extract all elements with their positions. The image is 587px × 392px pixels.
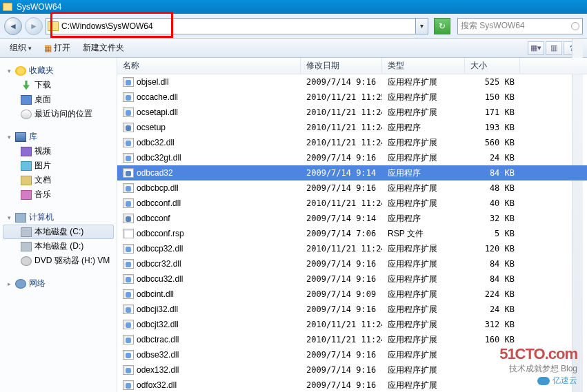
search-input[interactable]: 搜索 SysWOW64 (457, 18, 583, 34)
file-date: 2009/7/14 9:16 (301, 77, 382, 87)
file-date: 2009/7/14 9:16 (301, 153, 382, 163)
file-date: 2010/11/21 11:24 (301, 244, 382, 254)
file-row[interactable]: odbcconf2009/7/14 9:14应用程序32 KB (117, 211, 587, 226)
file-size: 193 KB (465, 123, 520, 132)
new-folder-button[interactable]: 新建文件夹 (83, 42, 124, 54)
file-type: 应用程序扩展 (382, 198, 465, 209)
file-date: 2009/7/14 9:14 (301, 214, 382, 223)
file-icon (123, 335, 134, 344)
file-date: 2009/7/14 9:16 (301, 365, 382, 375)
address-bar[interactable]: C:\Windows\SysWOW64 ▾ (46, 17, 428, 35)
file-icon (123, 259, 134, 269)
file-row[interactable]: odex132.dll2009/7/14 9:16应用程序扩展 (117, 362, 587, 378)
sidebar-item-recent[interactable]: 最近访问的位置 (3, 107, 114, 121)
file-name: odbcbcp.dll (137, 183, 179, 193)
preview-pane-button[interactable]: ▥ (546, 41, 562, 55)
file-icon (123, 274, 134, 284)
file-size: 24 KB (465, 153, 520, 163)
file-icon (123, 289, 134, 299)
file-type: 应用程序扩展 (382, 243, 465, 255)
document-icon (21, 176, 32, 185)
file-icon (123, 229, 134, 238)
file-name: odbccp32.dll (137, 244, 183, 254)
file-date: 2009/7/14 9:16 (301, 350, 382, 360)
sidebar-network[interactable]: ▸网络 (3, 276, 114, 291)
file-row[interactable]: odbctrac.dll2010/11/21 11:24应用程序扩展160 KB (117, 332, 587, 347)
file-row[interactable]: odbcbcp.dll2009/7/14 9:16应用程序扩展48 KB (117, 180, 587, 196)
nav-row: ◄ ► C:\Windows\SysWOW64 ▾ ↻ 搜索 SysWOW64 (0, 14, 587, 39)
toolbar: 组织▾ ▦打开 新建文件夹 ▦▾ ▥ ? (0, 39, 587, 58)
column-name[interactable]: 名称 (117, 58, 301, 74)
column-size[interactable]: 大小 (465, 58, 520, 74)
file-row[interactable]: odbc32gt.dll2009/7/14 9:16应用程序扩展24 KB (117, 150, 587, 165)
sidebar-computer[interactable]: ▾计算机 (3, 210, 114, 225)
sidebar-item-videos[interactable]: 视频 (3, 144, 114, 158)
file-row[interactable]: odfox32.dll2009/7/14 9:16应用程序扩展 (117, 378, 587, 392)
file-name: odbcconf.dll (137, 198, 181, 208)
file-row[interactable]: objsel.dll2009/7/14 9:16应用程序扩展525 KB (117, 74, 587, 90)
back-button[interactable]: ◄ (4, 17, 22, 35)
star-icon (15, 66, 26, 76)
file-row[interactable]: ocsetapi.dll2010/11/21 11:24应用程序扩展171 KB (117, 105, 587, 120)
file-type: 应用程序扩展 (382, 76, 465, 88)
forward-button[interactable]: ► (25, 17, 43, 35)
file-type: 应用程序扩展 (382, 364, 465, 376)
sidebar: ▾收藏夹 下载 桌面 最近访问的位置 ▾库 视频 图片 文档 音乐 ▾计算机 本… (0, 58, 117, 392)
dvd-icon (21, 256, 32, 266)
sidebar-item-drive-d[interactable]: 本地磁盘 (D:) (3, 239, 114, 254)
file-name: odbcad32 (137, 168, 173, 178)
open-button[interactable]: ▦打开 (44, 42, 70, 54)
refresh-button[interactable]: ↻ (434, 18, 450, 34)
file-row[interactable]: odbcconf.dll2010/11/21 11:24应用程序扩展40 KB (117, 196, 587, 211)
file-list: 名称 修改日期 类型 大小 objsel.dll2009/7/14 9:16应用… (117, 58, 587, 392)
address-dropdown[interactable]: ▾ (416, 18, 428, 34)
file-row[interactable]: odbccr32.dll2009/7/14 9:16应用程序扩展84 KB (117, 256, 587, 271)
file-icon (123, 168, 134, 178)
file-name: odex132.dll (137, 365, 179, 375)
sidebar-item-drive-c[interactable]: 本地磁盘 (C:) (3, 225, 114, 239)
sidebar-item-dvd[interactable]: DVD 驱动器 (H:) VM (3, 254, 114, 268)
view-mode-button[interactable]: ▦▾ (528, 41, 544, 55)
file-row[interactable]: odbcconf.rsp2009/7/14 7:06RSP 文件5 KB (117, 226, 587, 241)
file-date: 2009/7/14 9:16 (301, 274, 382, 284)
file-size: 84 KB (465, 168, 520, 178)
file-icon (123, 183, 134, 193)
file-date: 2010/11/21 11:24 (301, 107, 382, 117)
sidebar-item-documents[interactable]: 文档 (3, 173, 114, 187)
column-type[interactable]: 类型 (382, 58, 465, 74)
sidebar-libraries[interactable]: ▾库 (3, 130, 114, 144)
sidebar-item-downloads[interactable]: 下载 (3, 78, 114, 92)
file-name: objsel.dll (137, 77, 169, 87)
file-type: 应用程序扩展 (382, 304, 465, 316)
file-name: odfox32.dll (137, 380, 177, 390)
file-row[interactable]: odbc32.dll2010/11/21 11:24应用程序扩展560 KB (117, 135, 587, 150)
file-type: 应用程序扩展 (382, 380, 465, 391)
file-row[interactable]: odbcad322009/7/14 9:14应用程序84 KB (117, 165, 587, 180)
column-date[interactable]: 修改日期 (301, 58, 382, 74)
file-type: 应用程序扩展 (382, 183, 465, 194)
file-row[interactable]: odbccp32.dll2010/11/21 11:24应用程序扩展120 KB (117, 241, 587, 256)
sidebar-item-pictures[interactable]: 图片 (3, 158, 114, 173)
file-row[interactable]: odbse32.dll2009/7/14 9:16应用程序扩展 (117, 347, 587, 362)
file-size: 312 KB (465, 320, 520, 329)
sidebar-item-desktop[interactable]: 桌面 (3, 92, 114, 107)
organize-button[interactable]: 组织▾ (10, 42, 32, 54)
file-date: 2010/11/21 11:24 (301, 335, 382, 344)
file-row[interactable]: ocsetup2010/11/21 11:24应用程序193 KB (117, 120, 587, 135)
file-name: occache.dll (137, 92, 178, 102)
file-size: 560 KB (465, 138, 520, 147)
file-name: odbc32.dll (137, 138, 175, 147)
file-name: ocsetup (137, 123, 166, 132)
file-icon (123, 107, 134, 117)
file-row[interactable]: odbcjt32.dll2010/11/21 11:24应用程序扩展312 KB (117, 317, 587, 332)
folder-icon (3, 3, 12, 11)
file-row[interactable]: odbcji32.dll2009/7/14 9:16应用程序扩展24 KB (117, 302, 587, 317)
file-icon (123, 350, 134, 360)
file-size: 84 KB (465, 274, 520, 284)
file-row[interactable]: odbcint.dll2009/7/14 9:09应用程序扩展224 KB (117, 287, 587, 302)
file-row[interactable]: odbccu32.dll2009/7/14 9:16应用程序扩展84 KB (117, 271, 587, 287)
sidebar-favorites[interactable]: ▾收藏夹 (3, 63, 114, 78)
address-path[interactable]: C:\Windows\SysWOW64 (61, 21, 414, 31)
sidebar-item-music[interactable]: 音乐 (3, 187, 114, 202)
file-row[interactable]: occache.dll2010/11/21 11:25应用程序扩展150 KB (117, 90, 587, 105)
